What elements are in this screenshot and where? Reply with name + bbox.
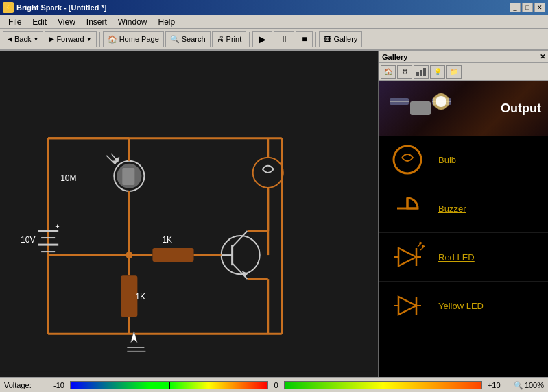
print-button[interactable]: 🖨 Print bbox=[212, 31, 247, 47]
svg-text:1K: 1K bbox=[162, 235, 172, 245]
svg-rect-51 bbox=[420, 70, 422, 76]
red-led-label[interactable]: Red LED bbox=[438, 252, 475, 262]
svg-rect-20 bbox=[122, 168, 134, 185]
svg-text:+: + bbox=[55, 222, 59, 230]
gallery-close-button[interactable]: ✕ bbox=[540, 53, 545, 60]
toolbar-separator-3 bbox=[315, 32, 316, 47]
yellow-led-icon bbox=[390, 289, 425, 323]
red-led-icon bbox=[390, 240, 425, 274]
bulb-icon bbox=[390, 143, 425, 177]
gallery-home-button[interactable]: 🏠 bbox=[381, 65, 396, 79]
voltage-negative: -10 bbox=[44, 381, 64, 389]
menu-help[interactable]: Help bbox=[153, 16, 181, 28]
voltage-bar-right bbox=[284, 381, 482, 389]
gallery-header-image: Output bbox=[379, 81, 548, 136]
menu-view[interactable]: View bbox=[52, 16, 81, 28]
gallery-scroll-area[interactable]: Bulb Buzzer bbox=[379, 136, 548, 377]
gallery-toolbar: 🏠 ⚙ 💡 📁 bbox=[379, 63, 548, 81]
gallery-button[interactable]: 🖼 Gallery bbox=[319, 31, 362, 47]
main-area: + 10V 10M bbox=[0, 51, 548, 377]
svg-rect-44 bbox=[152, 248, 193, 262]
svg-marker-72 bbox=[398, 297, 416, 315]
minimize-button[interactable]: _ bbox=[510, 3, 521, 12]
voltage-zero: 0 bbox=[274, 381, 278, 389]
svg-point-59 bbox=[436, 96, 446, 107]
back-icon: ◀ bbox=[8, 36, 12, 42]
yellow-led-label[interactable]: Yellow LED bbox=[438, 301, 484, 311]
svg-rect-52 bbox=[423, 68, 426, 76]
gallery-item-bulb[interactable]: Bulb bbox=[379, 136, 548, 184]
gallery-title-bar: Gallery ✕ bbox=[379, 51, 548, 63]
back-dropdown-icon[interactable]: ▼ bbox=[33, 36, 38, 42]
gallery-panel: Gallery ✕ 🏠 ⚙ 💡 📁 bbox=[378, 51, 548, 377]
pause-button[interactable]: ⏸ bbox=[274, 31, 294, 47]
buzzer-icon bbox=[390, 191, 425, 225]
menu-bar: File Edit View Insert Window Help bbox=[0, 15, 548, 29]
voltage-label: Voltage: bbox=[4, 381, 38, 389]
forward-dropdown-icon[interactable]: ▼ bbox=[86, 36, 92, 42]
play-button[interactable]: ▶ bbox=[252, 31, 272, 47]
gallery-item-buzzer[interactable]: Buzzer bbox=[379, 184, 548, 233]
toolbar-separator-2 bbox=[249, 32, 250, 47]
home-page-button[interactable]: 🏠 Home Page bbox=[103, 31, 164, 47]
forward-icon: ▶ bbox=[49, 36, 54, 42]
bulb-label[interactable]: Bulb bbox=[438, 155, 456, 165]
gallery-header-label: Output bbox=[501, 101, 541, 116]
gallery-folder-button[interactable]: 📁 bbox=[446, 65, 462, 79]
window-title: Bright Spark - [Untitled *] bbox=[16, 3, 106, 12]
home-icon: 🏠 bbox=[108, 35, 117, 44]
search-button[interactable]: 🔍 Search bbox=[165, 31, 211, 47]
stop-icon: ■ bbox=[302, 34, 307, 44]
print-icon: 🖨 bbox=[217, 35, 224, 43]
window-controls[interactable]: _ □ ✕ bbox=[510, 3, 545, 12]
pause-icon: ⏸ bbox=[280, 34, 288, 44]
zoom-info: 🔍 100% bbox=[514, 381, 544, 390]
close-button[interactable]: ✕ bbox=[534, 3, 545, 12]
search-icon: 🔍 bbox=[170, 35, 180, 44]
voltage-bar bbox=[70, 381, 268, 389]
menu-edit[interactable]: Edit bbox=[27, 16, 52, 28]
play-icon: ▶ bbox=[259, 34, 266, 45]
zoom-level: 100% bbox=[525, 381, 544, 389]
gallery-title-label: Gallery bbox=[382, 53, 407, 61]
svg-text:1K: 1K bbox=[135, 292, 145, 302]
gallery-bulb-button[interactable]: 💡 bbox=[430, 65, 445, 79]
status-bar: Voltage: -10 0 +10 🔍 100% bbox=[0, 377, 548, 392]
svg-point-60 bbox=[394, 146, 421, 173]
main-toolbar: ◀ Back ▼ ▶ Forward ▼ 🏠 Home Page 🔍 Searc… bbox=[0, 29, 548, 51]
gallery-icon: 🖼 bbox=[324, 35, 331, 43]
title-bar: ⚡ Bright Spark - [Untitled *] _ □ ✕ bbox=[0, 0, 548, 15]
maximize-button[interactable]: □ bbox=[522, 3, 533, 12]
svg-rect-0 bbox=[0, 56, 378, 372]
svg-text:10M: 10M bbox=[60, 173, 76, 183]
gallery-settings-button[interactable]: ⚙ bbox=[397, 65, 412, 79]
zoom-icon: 🔍 bbox=[514, 381, 523, 390]
menu-insert[interactable]: Insert bbox=[81, 16, 112, 28]
gallery-chart-button[interactable] bbox=[414, 65, 429, 79]
buzzer-label[interactable]: Buzzer bbox=[438, 204, 466, 214]
circuit-diagram: + 10V 10M bbox=[0, 51, 378, 377]
voltage-center-marker bbox=[169, 382, 170, 389]
stop-button[interactable]: ■ bbox=[296, 31, 313, 47]
circuit-canvas[interactable]: + 10V 10M bbox=[0, 51, 378, 377]
svg-marker-64 bbox=[398, 248, 416, 266]
gallery-item-yellow-led[interactable]: Yellow LED bbox=[379, 282, 548, 330]
gallery-item-red-led[interactable]: Red LED bbox=[379, 233, 548, 282]
voltage-positive: +10 bbox=[488, 381, 508, 389]
toolbar-separator-1 bbox=[99, 32, 100, 47]
menu-window[interactable]: Window bbox=[112, 16, 153, 28]
menu-file[interactable]: File bbox=[3, 16, 27, 28]
back-button[interactable]: ◀ Back ▼ bbox=[3, 31, 43, 47]
svg-rect-50 bbox=[416, 72, 419, 76]
forward-button[interactable]: ▶ Forward ▼ bbox=[45, 31, 96, 47]
app-icon: ⚡ bbox=[3, 2, 14, 13]
svg-text:10V: 10V bbox=[21, 235, 35, 245]
svg-rect-53 bbox=[410, 101, 431, 115]
